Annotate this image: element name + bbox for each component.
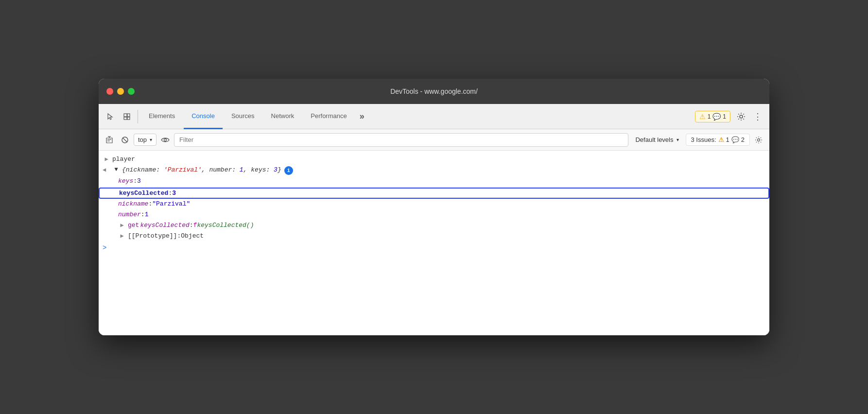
console-row-getter: ▶ get keysCollected : f keysCollected()	[99, 221, 769, 231]
maximize-button[interactable]	[128, 88, 135, 95]
devtools-toolbar: Elements Console Sources Network Perform…	[99, 104, 769, 129]
tabs-overflow-button[interactable]: »	[356, 104, 368, 129]
prop-keys-collected-val: 3	[172, 190, 176, 197]
issues-info-badge: 💬	[731, 136, 739, 143]
settings-button[interactable]	[733, 109, 749, 124]
expand-arrow-icon[interactable]: ▶	[103, 155, 110, 163]
default-levels-label: Default levels	[635, 136, 673, 143]
prop-number-key: number	[118, 211, 141, 218]
tab-sources[interactable]: Sources	[224, 104, 262, 129]
console-content: ▶ player ◀ ▼ {nickname: 'Parzival', numb…	[99, 151, 769, 335]
svg-rect-0	[124, 114, 127, 117]
get-keyword: get	[128, 222, 139, 229]
console-row-nickname: nickname : "Parzival"	[99, 199, 769, 210]
warning-icon: ⚠	[699, 113, 706, 121]
issues-warning-badge: ⚠	[718, 136, 724, 143]
console-row-keys-collected: keysCollected : 3	[99, 188, 769, 199]
context-label: top	[138, 136, 147, 143]
back-arrow-icon: ◀	[103, 166, 110, 173]
console-prompt-row: >	[99, 242, 769, 254]
func-name: keysCollected()	[197, 222, 254, 229]
svg-rect-3	[127, 117, 130, 120]
tab-performance[interactable]: Performance	[303, 104, 354, 129]
console-row-keys: keys : 3	[99, 176, 769, 187]
chevron-down-icon: ▾	[150, 137, 152, 142]
colon-1: :	[133, 177, 137, 185]
colon-4: :	[141, 211, 145, 218]
svg-point-12	[164, 138, 167, 141]
issues-info-count: 1	[723, 113, 726, 120]
console-settings-button[interactable]	[752, 133, 765, 147]
func-keyword: f	[193, 222, 197, 229]
toolbar-separator	[138, 110, 138, 123]
info-badge: i	[284, 166, 293, 175]
issues-info-num: 2	[741, 136, 745, 143]
issues-warning-num: 1	[726, 136, 729, 143]
proto-expand-icon[interactable]: ▶	[118, 232, 126, 240]
console-toolbar: top ▾ Default levels ▾ 3 Issues: ⚠ 1 💬 2	[99, 129, 769, 151]
svg-line-11	[123, 138, 127, 142]
prop-number-val: 1	[145, 211, 149, 218]
svg-marker-5	[106, 138, 112, 143]
console-row-number: number : 1	[99, 210, 769, 221]
levels-chevron-icon: ▾	[677, 137, 679, 142]
issues-count-badge: 3 Issues: ⚠ 1 💬 2	[686, 134, 750, 146]
eye-button[interactable]	[158, 133, 172, 147]
svg-point-4	[740, 115, 743, 118]
colon-5: :	[190, 222, 193, 229]
prompt-arrow-icon: >	[103, 244, 106, 252]
window-title: DevTools - www.google.com/	[390, 87, 478, 95]
prop-keys-val: 3	[137, 177, 141, 185]
issues-warning-count: 1	[708, 113, 711, 120]
getter-key: keysCollected	[140, 222, 189, 229]
tab-elements[interactable]: Elements	[141, 104, 183, 129]
object-summary: {nickname: 'Parzival', number: 1, keys: …	[122, 166, 281, 173]
minimize-button[interactable]	[117, 88, 124, 95]
filter-input[interactable]	[174, 133, 628, 147]
block-icon-button[interactable]	[118, 133, 132, 147]
default-levels-button[interactable]: Default levels ▾	[630, 134, 683, 145]
prop-keys-key: keys	[118, 177, 133, 185]
close-button[interactable]	[106, 88, 113, 95]
clear-console-button[interactable]	[103, 133, 116, 147]
title-bar: DevTools - www.google.com/	[99, 79, 769, 104]
player-label: player	[112, 155, 135, 163]
prop-keys-collected-key: keysCollected	[119, 190, 168, 197]
info-icon: 💬	[712, 113, 721, 121]
issues-label: 3 Issues:	[691, 136, 716, 143]
proto-key: [[Prototype]]	[128, 232, 177, 240]
inspect-element-button[interactable]	[119, 109, 135, 124]
getter-expand-icon[interactable]: ▶	[118, 222, 126, 229]
expand-object-arrow-icon[interactable]: ▼	[112, 166, 120, 173]
traffic-lights	[106, 88, 135, 95]
svg-rect-1	[124, 117, 127, 120]
context-selector[interactable]: top ▾	[134, 134, 156, 146]
colon-6: :	[177, 232, 181, 240]
svg-point-13	[758, 138, 760, 141]
proto-val: Object	[181, 232, 204, 240]
prop-nickname-key: nickname	[118, 200, 148, 207]
tab-network[interactable]: Network	[263, 104, 302, 129]
prop-nickname-val: "Parzival"	[152, 200, 190, 207]
more-menu-button[interactable]: ⋮	[750, 109, 765, 124]
devtools-window: DevTools - www.google.com/ Elements Cons…	[99, 79, 769, 335]
console-row-player: ▶ player	[99, 155, 769, 165]
tab-console[interactable]: Console	[184, 104, 223, 129]
issues-badge: ⚠ 1 💬 1	[695, 111, 730, 122]
cursor-icon-button[interactable]	[103, 109, 118, 124]
colon-3: :	[148, 200, 152, 207]
console-row-prototype: ▶ [[Prototype]] : Object	[99, 231, 769, 242]
svg-rect-2	[127, 114, 130, 117]
colon-2: :	[168, 190, 172, 197]
console-row-object-header: ◀ ▼ {nickname: 'Parzival', number: 1, ke…	[99, 165, 769, 176]
